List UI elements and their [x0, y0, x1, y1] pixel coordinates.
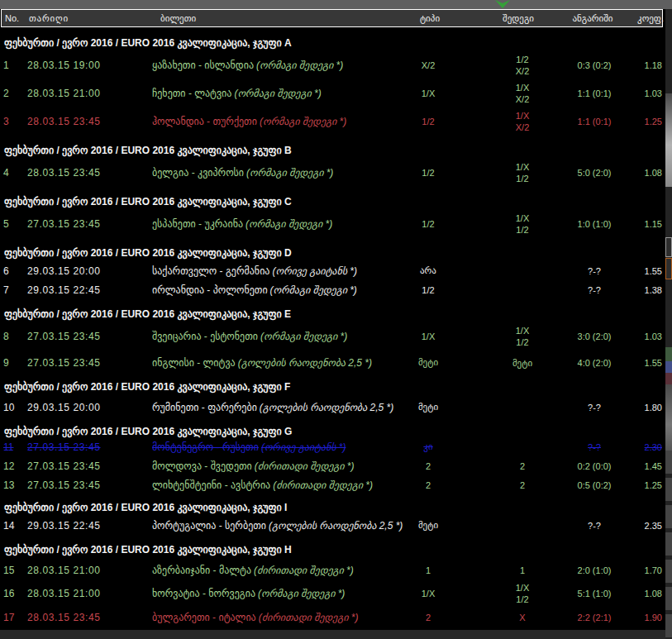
row-number: 14 [3, 516, 14, 535]
bet-outcome: 2 [474, 475, 570, 494]
group-header: ფეხბურთი / ევრო 2016 / EURO 2016 კვალიფი… [0, 245, 665, 261]
bet-outcome: 1/X1/2 [474, 322, 570, 350]
bet-type: (ორმაგი შედეგი *) [245, 218, 332, 230]
match-date: 28.03.15 21:00 [27, 79, 100, 107]
odds-value: 2.35 [612, 516, 662, 535]
bet-row: 328.03.15 23:45ჰოლანდია - თურქეთი (ორმაგ… [0, 107, 665, 136]
odds-value: 1.38 [612, 280, 662, 299]
row-number: 13 [3, 475, 14, 494]
bet-type: (ორმაგი შედეგი *) [256, 60, 343, 71]
bet-type: (გოლების რაოდენობა 2,5 *) [260, 402, 393, 413]
bet-pick: 1/X [385, 579, 471, 608]
bet-outcome [474, 398, 570, 417]
odds-value: 1.45 [612, 456, 662, 475]
bet-row: 1127.03.15 23:45მონტენეგრო - რუსეთი (ორი… [0, 437, 665, 456]
bet-type: (ძირითადი შედეგი *) [255, 460, 355, 472]
bet-type: (ორმაგი შედეგი *) [260, 116, 346, 127]
row-number: 8 [3, 322, 9, 350]
bet-pick: 1 [385, 560, 471, 579]
sort-arrow-icon[interactable] [494, 0, 511, 8]
match-date: 28.03.15 23:45 [27, 608, 100, 627]
bets-table-body: ფეხბურთი / ევრო 2016 / EURO 2016 კვალიფი… [0, 28, 665, 627]
row-number: 12 [3, 456, 14, 475]
bet-outcome [474, 437, 570, 456]
match-name: ირლანდია - პოლონეთი (ორმაგი შედეგი *) [152, 280, 357, 299]
col-header-no[interactable]: No. [5, 10, 19, 26]
match-date: 27.03.15 23:45 [27, 456, 100, 475]
group-header: ფეხბურთი / ევრო 2016 / EURO 2016 კვალიფი… [0, 142, 665, 159]
top-bar [0, 0, 672, 9]
match-name: აზერბაიჯანი - მალტა (ძირითადი შედეგი *) [152, 560, 354, 579]
col-header-coef[interactable]: კოეფ. [614, 10, 664, 26]
bet-type: (ორმაგი შედეგი *) [246, 167, 333, 179]
group-header: ფეხბურთი / ევრო 2016 / EURO 2016 კვალიფი… [0, 541, 665, 558]
match-name: პორტუგალია - სერბეთი (გოლების რაოდენობა … [152, 516, 403, 535]
bet-outcome: 1 [474, 560, 570, 579]
bet-pick: 1/X [385, 79, 471, 107]
bet-history-page: No. თარიღი ბილეთი ტიპი შედეგი ანგარიში კ… [0, 0, 672, 639]
match-date: 29.03.15 20:00 [27, 398, 100, 417]
odds-value: 1.70 [612, 560, 662, 579]
match-name: ხორვატია - ნორვეგია (ორმაგი შედეგი *) [152, 579, 345, 608]
match-name: შვეიცარია - ესტონეთი (ორმაგი შედეგი *) [152, 322, 347, 350]
sliver-scrollbar [665, 93, 672, 187]
bet-row: 927.03.15 23:45ინგლისი - ლიტვა (გოლების … [0, 353, 665, 372]
bet-row: 629.03.15 20:00საქართველო - გერმანია (ორ… [0, 261, 665, 280]
bet-pick: 1/X [385, 322, 471, 350]
bet-row: 228.03.15 21:00ჩეხეთი - ლატვია (ორმაგი შ… [0, 79, 665, 107]
group-header: ფეხბურთი / ევრო 2016 / EURO 2016 კვალიფი… [0, 499, 665, 516]
bet-type: (ორივე გაიტანს *) [272, 265, 357, 277]
bet-type: (ძირითადი შედეგი *) [259, 612, 359, 623]
match-name: საქართველო - გერმანია (ორივე გაიტანს *) [152, 261, 357, 280]
match-name: ჩეხეთი - ლატვია (ორმაგი შედეგი *) [152, 79, 322, 107]
match-date: 28.03.15 19:00 [27, 51, 100, 79]
row-number: 4 [3, 159, 9, 187]
odds-value: 1.25 [612, 475, 662, 494]
bet-pick: 1/2 [385, 280, 471, 299]
bet-row: 1327.03.15 23:45ლიხტენშტეინი - ავსტრია (… [0, 475, 665, 494]
row-number: 6 [3, 261, 9, 280]
bet-outcome [474, 516, 570, 535]
match-name: ინგლისი - ლიტვა (გოლების რაოდენობა 2,5 *… [152, 353, 372, 372]
col-header-ticket[interactable]: ბილეთი [160, 10, 196, 26]
match-date: 29.03.15 22:45 [27, 516, 100, 535]
match-name: ჰოლანდია - თურქეთი (ორმაგი შედეგი *) [152, 107, 346, 136]
row-number: 5 [3, 210, 9, 238]
col-header-type[interactable]: ტიპი [387, 10, 473, 26]
bet-outcome: 2 [474, 456, 570, 475]
bet-pick: X/2 [385, 51, 471, 79]
bet-outcome: X [474, 608, 570, 627]
sliver-scrollbar2 [665, 384, 672, 451]
row-number: 9 [3, 353, 9, 372]
odds-value: 1.03 [612, 322, 662, 350]
col-header-result[interactable]: შედეგი [470, 10, 566, 26]
odds-value: 1.18 [612, 51, 662, 79]
sliver-image-blue [665, 361, 672, 373]
window-edge-sliver [665, 9, 672, 639]
bet-type: (ორმაგი შედეგი *) [258, 588, 345, 599]
bet-row: 1429.03.15 22:45პორტუგალია - სერბეთი (გო… [0, 516, 665, 535]
bet-outcome: 1/XX/2 [474, 79, 570, 107]
row-number: 2 [3, 79, 9, 107]
col-header-date[interactable]: თარიღი [29, 10, 69, 26]
match-name: მოლდოვა - შვედეთი (ძირითადი შედეგი *) [152, 456, 355, 475]
group-header: ფეხბურთი / ევრო 2016 / EURO 2016 კვალიფი… [0, 306, 665, 322]
match-name: ბულგარეთი - იტალია (ძირითადი შედეგი *) [152, 608, 358, 627]
match-date: 28.03.15 21:00 [27, 560, 100, 579]
bet-row: 1029.03.15 20:00რუმინეთი - ფარერები (გოლ… [0, 398, 665, 417]
row-number: 16 [3, 579, 14, 608]
match-name: ესპანეთი - უკრაინა (ორმაგი შედეგი *) [152, 210, 332, 238]
bet-outcome: 1/2X/2 [474, 51, 570, 79]
match-name: ლიხტენშტეინი - ავსტრია (ძირითადი შედეგი … [152, 475, 373, 494]
bet-type: (გოლების რაოდენობა 2,5 *) [238, 357, 372, 369]
match-name: მონტენეგრო - რუსეთი (ორივე გაიტანს *) [152, 437, 346, 456]
group-header: ფეხბურთი / ევრო 2016 / EURO 2016 კვალიფი… [0, 35, 665, 51]
status-bar [0, 630, 665, 639]
bet-outcome: 1/X1/2 [474, 159, 570, 187]
sliver-button-orange [665, 258, 672, 279]
row-number: 17 [3, 608, 14, 627]
bet-row: 1528.03.15 21:00აზერბაიჯანი - მალტა (ძირ… [0, 560, 665, 579]
sliver-image-green [665, 347, 672, 361]
match-date: 27.03.15 23:45 [27, 322, 100, 350]
bet-pick: მეტი [385, 516, 471, 535]
